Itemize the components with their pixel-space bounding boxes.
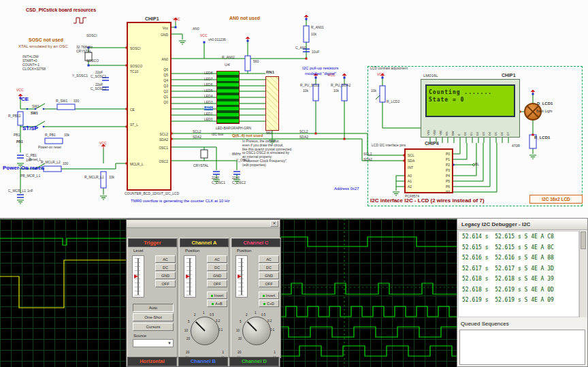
schematic-label: COUNTER_BCD_1DIGIT_I2C_LCD xyxy=(125,192,179,196)
slider-marker-icon[interactable] xyxy=(134,274,138,278)
i2c-transaction-row[interactable]: 52.615 s 52.615 s S 4E A 8C xyxy=(459,242,578,253)
scrollbar-thumb[interactable] xyxy=(581,232,586,249)
channel-a-position-slider[interactable] xyxy=(184,255,196,298)
channel-a-coupling-button[interactable]: DC xyxy=(207,264,227,271)
schematic-label: I2C interface I2C - LCD (2 wires instead… xyxy=(370,197,485,204)
channel-a-coupling-button[interactable]: GND xyxy=(207,272,227,279)
knob-tick-label: 20 xyxy=(186,337,190,340)
schematic-label: vh0.011236 xyxy=(208,38,226,42)
knob-tick-label: 10 xyxy=(184,329,188,332)
knob-tick-label: 2 xyxy=(246,313,248,317)
schematic-label: 33k xyxy=(109,176,114,180)
panel-titlebar[interactable]: ✕ xyxy=(127,220,280,228)
i2c-transaction-row[interactable]: 52.618 s 52.618 s S 4E A 39 xyxy=(459,274,578,285)
slider-marker-icon[interactable] xyxy=(186,274,190,278)
queued-sequences-panel xyxy=(459,330,585,365)
oscilloscope-control-panel-window: ✕ Trigger Level ACDCGNDOFF AutoOne-ShotC… xyxy=(126,219,280,367)
knob-tick-label: 5 xyxy=(188,320,190,323)
schematic-label: RN1 xyxy=(266,70,274,75)
scope-trace xyxy=(280,306,457,317)
schematic-label: SDA2 xyxy=(193,135,201,140)
channel-a-coupling-button[interactable]: OFF xyxy=(207,280,227,287)
channel-c-coupling-button[interactable]: AC xyxy=(259,255,279,263)
channel-c-coupling-button[interactable]: DC xyxy=(259,264,279,271)
schematic-label: CHIP1 xyxy=(145,16,159,22)
slider-marker-icon[interactable] xyxy=(238,274,242,278)
schematic-label: CE xyxy=(21,96,29,102)
close-icon[interactable]: ✕ xyxy=(270,221,278,227)
trigger-section: Trigger Level ACDCGNDOFF AutoOne-ShotCur… xyxy=(127,238,178,358)
panel-bottom-headers: HorizontalChannel BChannel D xyxy=(127,357,279,366)
trigger-mode-group: AutoOne-ShotCursors xyxy=(133,304,174,332)
chevron-down-icon[interactable]: ▼ xyxy=(167,340,172,347)
trigger-source-select[interactable]: ▼ xyxy=(133,339,174,347)
channel-c-position-slider[interactable] xyxy=(235,255,248,298)
scrollbar[interactable] xyxy=(579,231,587,317)
channel-c-coupling-button[interactable]: GND xyxy=(259,272,279,279)
channel-c-section: Channel C Position ACDCGNDOFF Invert C+D… xyxy=(231,238,281,358)
knob-tick-label: 2 xyxy=(194,313,196,317)
panel-section-header: Horizontal xyxy=(127,357,177,366)
schematic-label: SW1 xyxy=(31,112,38,116)
schematic-label: VCC xyxy=(173,18,180,22)
schematic-label: PB1 xyxy=(14,133,20,138)
schematic-label: LED7 xyxy=(204,78,213,82)
i2c-debugger-title[interactable]: Legacy I2C Debugger - I2C xyxy=(457,219,587,230)
channel-c-coupling-button[interactable]: OFF xyxy=(259,280,279,287)
knob-tick-label: 20 xyxy=(238,337,242,340)
schematic-label: ST/SP xyxy=(22,125,38,131)
i2c-transaction-row[interactable]: 52.614 s 52.615 s S 4E A C8 xyxy=(459,232,578,242)
i2c-transaction-row[interactable]: 52.618 s 52.619 s S 4E A 0D xyxy=(459,285,578,296)
schematic-label: VCC xyxy=(377,73,385,77)
trigger-header: Trigger xyxy=(128,238,177,247)
trigger-coupling-button[interactable]: GND xyxy=(155,272,176,279)
schematic-label: SOSCO xyxy=(86,59,99,63)
schematic-label: LCD I2C interface pins xyxy=(372,144,406,148)
schematic-label: C_MCR_L1 xyxy=(8,189,26,193)
channel-c-invert-button[interactable]: Invert xyxy=(259,291,279,299)
schematic-label: LM016L xyxy=(423,74,438,78)
schematic-label: AN0 xyxy=(193,27,199,31)
trigger-coupling-button[interactable]: OFF xyxy=(155,280,176,287)
schematic-label: VCC xyxy=(328,74,336,78)
channel-a-gain-knob[interactable]: 20105210.50.20.1 xyxy=(186,312,224,350)
schematic-label: D_LCD1 xyxy=(537,101,553,106)
schematic-label: C_AN0 xyxy=(295,46,306,50)
channel-c-gain-knob[interactable]: 20105210.50.20.1 xyxy=(238,312,276,350)
channel-a-coupling-group: ACDCGNDOFF xyxy=(207,255,227,288)
schematic-label: 10uF xyxy=(312,50,319,54)
schematic-label: 22pF xyxy=(212,176,219,180)
knob-pointer-icon xyxy=(195,321,206,332)
panel-section-header: Channel B xyxy=(178,357,228,366)
channel-c-sum-button[interactable]: C+D xyxy=(259,300,279,307)
schematic-label: 33k xyxy=(64,133,69,138)
schematic-label: LCD contrast adjustment xyxy=(370,67,408,71)
schematic-label: 470R xyxy=(512,144,520,148)
trigger-mode-button[interactable]: One-Shot xyxy=(133,313,174,321)
position-label: Position xyxy=(237,249,251,253)
i2c-transaction-list: 52.614 s 52.615 s S 4E A C852.615 s 52.6… xyxy=(458,231,579,317)
knob-tick-label: 1 xyxy=(255,311,257,315)
trigger-level-slider[interactable] xyxy=(132,255,144,298)
trigger-coupling-button[interactable]: AC xyxy=(155,255,176,263)
schematic-canvas[interactable]: SOSCISOSCOTC10CEST_LMCLR_L VccGNDAN0Q6Q5… xyxy=(0,0,588,218)
i2c-transaction-row[interactable]: 52.617 s 52.617 s S 4E A 3D xyxy=(459,264,578,274)
channel-a-sum-button[interactable]: A+B xyxy=(207,300,227,307)
scope-trace xyxy=(280,237,457,246)
schematic-label: LED0 xyxy=(204,118,213,122)
trigger-coupling-button[interactable]: DC xyxy=(155,264,176,271)
i2c-transaction-row[interactable]: 52.616 s 52.616 s S 4E A 88 xyxy=(459,253,578,264)
schematic-label: R_SW1 xyxy=(56,99,67,103)
scope-trace xyxy=(280,346,457,356)
trigger-mode-button[interactable]: Cursors xyxy=(133,323,174,331)
knob-tick-label: 0.5 xyxy=(261,313,265,317)
channel-a-invert-button[interactable]: Invert xyxy=(207,291,227,299)
schematic-label: C_SOSC2 xyxy=(91,87,106,91)
knob-dial[interactable] xyxy=(191,317,219,345)
trigger-mode-button[interactable]: Auto xyxy=(133,304,174,312)
schematic-label: TMR0 overflow is generating the counter … xyxy=(131,199,229,204)
schematic-label: SCL2 xyxy=(193,130,201,134)
knob-dial[interactable] xyxy=(242,317,271,345)
i2c-transaction-row[interactable]: 52.619 s 52.619 s S 4E A 09 xyxy=(459,295,578,306)
channel-a-coupling-button[interactable]: AC xyxy=(207,255,227,263)
